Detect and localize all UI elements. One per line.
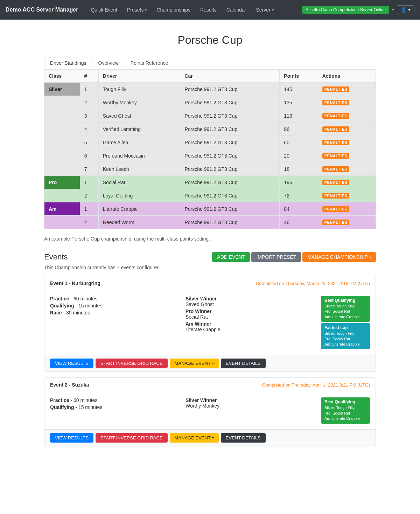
class-cell: [44, 123, 80, 136]
bq-am: Am: Literate Crappie: [324, 314, 366, 320]
import-preset-button[interactable]: IMPORT PRESET: [251, 252, 301, 262]
nav-quick-event[interactable]: Quick Event: [86, 4, 121, 15]
col-class: Class: [44, 70, 80, 83]
winner-item: Pro WinnerSocial Rat: [186, 308, 315, 320]
num-cell: 1: [80, 83, 98, 96]
table-row: Silver 1 Tough Filly Porsche 991.2 GT3 C…: [44, 83, 376, 96]
event-card-footer: VIEW RESULTS START INVERSE GRID RACE MAN…: [44, 429, 376, 446]
nav-presets[interactable]: Presets ▾: [123, 4, 151, 15]
tabs: Driver Standings Overview Points Referen…: [44, 57, 376, 69]
fl-silver: Silver: Tough Filly: [324, 331, 366, 336]
server-badge: Assetto Corsa Competizione Server Online: [302, 6, 389, 14]
event-status: Completed on Thursday, April 1, 2021 8:2…: [262, 382, 370, 388]
events-action-buttons: ADD EVENT IMPORT PRESET MANAGE CHAMPIONS…: [212, 252, 376, 262]
events-title: Events: [44, 252, 212, 262]
manage-event-button[interactable]: MANAGE EVENT ▾: [170, 359, 219, 368]
fl-am: Am: Literate Crappie: [324, 342, 366, 347]
penalties-button[interactable]: PENALTIES: [322, 193, 349, 199]
winner-item: Silver WinnerSaved Ghost: [186, 296, 315, 307]
car-cell: Porsche 991.2 GT3 Cup: [180, 123, 280, 136]
add-event-button[interactable]: ADD EVENT: [212, 252, 250, 262]
table-row: 7 Keen Leech Porsche 991.2 GT3 Cup 18 PE…: [44, 162, 376, 176]
nav-links: Quick Event Presets ▾ Championships Resu…: [86, 4, 302, 15]
table-row: 4 Verified Lemming Porsche 991.2 GT3 Cup…: [44, 123, 376, 136]
driver-cell: Keen Leech: [98, 162, 180, 176]
table-row: Pro 1 Social Rat Porsche 991.2 GT3 Cup 1…: [44, 176, 376, 189]
penalties-button[interactable]: PENALTIES: [322, 86, 349, 92]
car-cell: Porsche 991.2 GT3 Cup: [180, 189, 280, 202]
nav-calendar[interactable]: Calendar: [222, 4, 251, 15]
page-title: Porsche Cup: [44, 34, 376, 47]
actions-cell: PENALTIES: [318, 96, 376, 109]
manage-championship-button[interactable]: MANAGE CHAMPIONSHIP ▾: [302, 252, 376, 262]
num-cell: 3: [80, 109, 98, 123]
col-actions: Actions: [318, 70, 376, 83]
event-result-boxes: Best Qualifying Silver: Tough Filly Pro:…: [321, 397, 370, 423]
points-cell: 113: [280, 109, 318, 123]
penalties-button[interactable]: PENALTIES: [322, 166, 349, 172]
event-card: Event 2 - Suzuka Completed on Thursday, …: [44, 377, 376, 446]
best-qualifying-box: Best Qualifying Silver: Tough Filly Pro:…: [321, 296, 370, 322]
event-card-body: Practice - 60 minutesQualifying - 15 min…: [44, 392, 376, 429]
view-results-button[interactable]: VIEW RESULTS: [50, 359, 93, 368]
driver-cell: Needed Worm: [98, 216, 180, 229]
num-cell: 1: [80, 202, 98, 216]
events-header: Events ADD EVENT IMPORT PRESET MANAGE CH…: [44, 252, 376, 262]
tab-driver-standings[interactable]: Driver Standings: [44, 57, 92, 69]
driver-cell: Saved Ghost: [98, 109, 180, 123]
event-sessions: Practice - 60 minutesQualifying - 15 min…: [50, 397, 180, 423]
penalties-button[interactable]: PENALTIES: [322, 140, 349, 145]
penalties-button[interactable]: PENALTIES: [322, 126, 349, 132]
event-details-button[interactable]: EVENT DETAILS: [221, 359, 266, 368]
main-content: Porsche Cup Driver Standings Overview Po…: [38, 20, 382, 459]
car-cell: Porsche 991.2 GT3 Cup: [180, 202, 280, 216]
tab-points-reference[interactable]: Points Reference: [125, 57, 174, 69]
penalties-button[interactable]: PENALTIES: [322, 220, 349, 225]
nav-server[interactable]: Server ▾: [252, 4, 278, 15]
class-cell: [44, 149, 80, 162]
start-inverse-grid-button[interactable]: START INVERSE GRID RACE: [96, 433, 168, 443]
class-cell: Pro: [44, 176, 80, 189]
tab-overview[interactable]: Overview: [92, 57, 125, 69]
manage-championship-dropdown-icon: ▾: [369, 255, 371, 259]
car-cell: Porsche 991.2 GT3 Cup: [180, 83, 280, 96]
col-driver: Driver: [98, 70, 180, 83]
car-cell: Porsche 991.2 GT3 Cup: [180, 149, 280, 162]
penalties-button[interactable]: PENALTIES: [322, 113, 349, 119]
penalties-button[interactable]: PENALTIES: [322, 180, 349, 185]
best-qualifying-title: Best Qualifying: [324, 298, 366, 303]
manage-event-dropdown-icon: ▾: [212, 361, 214, 365]
num-cell: 7: [80, 162, 98, 176]
fastest-lap-box: Fastest Lap Silver: Tough Filly Pro: Soc…: [321, 323, 370, 349]
view-results-button[interactable]: VIEW RESULTS: [50, 433, 93, 443]
server-dropdown-icon: ▾: [272, 8, 274, 12]
actions-cell: PENALTIES: [318, 149, 376, 162]
table-row: 3 Saved Ghost Porsche 991.2 GT3 Cup 113 …: [44, 109, 376, 123]
manage-event-button[interactable]: MANAGE EVENT ▾: [170, 433, 219, 443]
event-details-button[interactable]: EVENT DETAILS: [221, 433, 266, 443]
penalties-button[interactable]: PENALTIES: [322, 100, 349, 105]
navbar-brand[interactable]: Demo ACC Server Manager: [6, 7, 78, 13]
penalties-button[interactable]: PENALTIES: [322, 153, 349, 159]
class-cell: Silver: [44, 83, 80, 96]
col-num: #: [80, 70, 98, 83]
points-cell: 96: [280, 123, 318, 136]
best-qualifying-title: Best Qualifying: [324, 400, 366, 404]
nav-championships[interactable]: Championships: [152, 4, 195, 15]
championship-description: An example Porsche Cup championship, usi…: [44, 229, 376, 245]
actions-cell: PENALTIES: [318, 83, 376, 96]
car-cell: Porsche 991.2 GT3 Cup: [180, 176, 280, 189]
nav-results[interactable]: Results: [196, 4, 221, 15]
class-cell: [44, 136, 80, 149]
start-inverse-grid-button[interactable]: START INVERSE GRID RACE: [96, 359, 168, 368]
penalties-button[interactable]: PENALTIES: [322, 206, 349, 212]
event-sessions: Practice - 60 minutesQualifying - 15 min…: [50, 296, 180, 349]
actions-cell: PENALTIES: [318, 202, 376, 216]
table-row: 2 Worthy Monkey Porsche 991.2 GT3 Cup 13…: [44, 96, 376, 109]
actions-cell: PENALTIES: [318, 109, 376, 123]
driver-cell: Social Rat: [98, 176, 180, 189]
class-cell: [44, 162, 80, 176]
class-cell: [44, 189, 80, 202]
user-menu-button[interactable]: 👤 ▾: [397, 5, 414, 14]
actions-cell: PENALTIES: [318, 162, 376, 176]
